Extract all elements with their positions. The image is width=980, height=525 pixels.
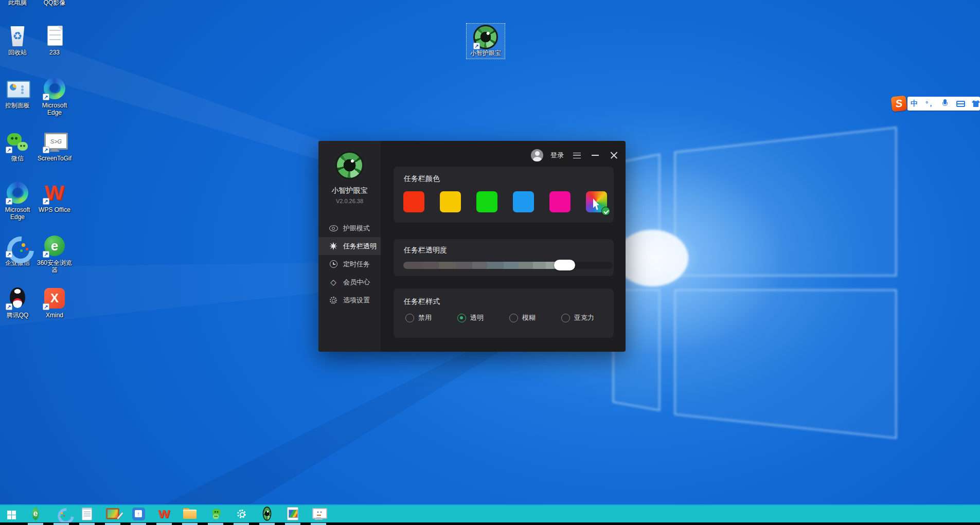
running-indicator [28,523,43,525]
menu-item-label: 任务栏透明 [343,242,377,251]
color-swatch-magenta[interactable] [549,191,571,212]
color-swatch-blue[interactable] [513,191,534,212]
app-version: V2.0.26.38 [318,198,381,204]
desktop-icon-recycle[interactable]: 回收站 [0,24,37,56]
taskbar-icon-wecom[interactable] [48,504,74,525]
taskbar-icon-remote-pc[interactable] [306,504,331,525]
desktop-icon-label: 233 [35,49,74,56]
microphone-icon[interactable] [940,98,950,110]
desktop-icon-label: Microsoft Edge [35,102,74,116]
desktop-icon-label: WPS Office [35,206,74,213]
radio-label: 亚克力 [574,313,594,322]
sidebar-item-gem[interactable]: ◇ 会员中心 [318,273,381,291]
sidebar-item-sparkle[interactable]: 任务栏透明 [318,237,381,255]
ime-chinese-mode[interactable]: 中 [910,98,919,110]
desktop-icon-wecom[interactable]: ↗ 企业微信 [0,234,37,266]
running-indicator [259,523,275,525]
gear-icon [329,296,338,305]
taskbar-icon-eyecare-app[interactable] [254,504,280,525]
taskbar-icon-settings[interactable] [228,504,254,525]
minimize-button[interactable] [590,150,601,161]
skin-icon[interactable] [971,98,980,110]
style-radio-0[interactable]: 禁用 [405,313,457,322]
taskbar-icon-paint-viewer[interactable] [100,504,126,525]
taskbar: 中 S 10:37 2023/3/31 2 [0,504,980,525]
running-indicator [234,523,249,525]
running-indicator [79,523,95,525]
radio-ring-icon [457,314,466,322]
wps-icon [158,506,170,521]
desktop-icon-wps[interactable]: ↗ WPS Office [35,181,74,213]
running-indicator [285,523,300,525]
desktop-icon-qq[interactable]: ↗ 腾讯QQ [0,286,37,319]
style-radio-1[interactable]: 透明 [457,313,509,322]
desktop-icon-cpanel[interactable]: 控制面板 [0,77,37,109]
color-swatch-rainbow[interactable] [586,191,607,212]
taskbar-icon-photo-viewer[interactable] [280,504,306,525]
taskbar-style-panel: 任务栏样式 禁用 透明 模糊 亚克力 [394,288,614,338]
close-button[interactable] [608,150,619,161]
user-avatar-icon[interactable] [531,149,543,161]
taskbar-icon-notepad[interactable] [74,504,100,525]
desktop-icon-eyecare-selected[interactable]: ↗ 小智护眼宝 [466,23,505,59]
desktop-icon-wechat[interactable]: ↗ 微信 [0,130,37,162]
radio-ring-icon [509,314,518,322]
sogou-logo-icon[interactable]: S [891,96,907,112]
doc-icon [43,24,66,47]
opacity-slider-handle[interactable] [554,260,575,270]
sidebar-menu: 护眼模式 任务栏透明 定时任务 ◇ 会员中心 选项设置 [318,219,381,309]
desktop-icon-qq-image-label[interactable]: QQ影像 [35,0,74,7]
color-swatch-row [403,191,607,212]
shortcut-arrow-icon: ↗ [6,303,12,310]
pcface-icon [312,508,325,519]
minimize-icon [592,155,599,156]
opacity-slider-track[interactable] [403,262,613,269]
desktop-icon-stg[interactable]: ↗ ScreenToGif [35,130,74,162]
shortcut-arrow-icon: ↗ [43,94,49,100]
mouse-cursor-icon [593,198,602,211]
taskbar-icon-wps-office[interactable] [151,504,177,525]
shortcut-arrow-icon: ↗ [6,147,12,153]
color-swatch-yellow[interactable] [440,191,461,212]
gem-icon: ◇ [329,278,338,287]
folder-icon [183,510,197,520]
shortcut-arrow-icon: ↗ [6,251,12,258]
style-radio-2[interactable]: 模糊 [509,313,561,322]
taskbar-bottom-strip [0,522,980,525]
running-indicator [54,523,69,525]
login-button[interactable]: 登录 [550,151,564,160]
color-swatch-red[interactable] [403,191,424,212]
desktop-icon-edge[interactable]: ↗ Microsoft Edge [0,181,37,221]
start-button[interactable] [0,504,23,525]
sidebar-item-clock[interactable]: 定时任务 [318,255,381,273]
color-swatch-green[interactable] [476,191,497,212]
recycle-icon [6,24,29,47]
hamburger-icon [573,153,581,158]
cpanel-icon [6,77,29,100]
desktop-icon-label: Microsoft Edge [0,206,37,221]
style-radio-3[interactable]: 亚克力 [561,313,613,322]
menu-item-label: 会员中心 [343,278,370,287]
desktop-icon-this-pc-label[interactable]: 此电脑 [0,0,37,7]
taskbar-icon-wechat[interactable] [203,504,228,525]
soft-keyboard-icon[interactable] [956,98,965,110]
ime-punctuation[interactable]: °， [925,98,934,110]
desktop-icon-edge[interactable]: ↗ Microsoft Edge [35,77,74,116]
taskbar-icon-360-browser[interactable] [23,504,48,525]
desktop-icon-label: 腾讯QQ [0,312,37,319]
windows-logo-icon [7,511,16,519]
desktop-icon-doc[interactable]: 233 [35,24,74,56]
running-indicator [208,523,223,525]
wechat-icon [211,506,220,521]
taskbar-icon-screentogif[interactable] [126,504,151,525]
desktop-icon-e360[interactable]: ↗ 360安全浏览器 [35,234,74,274]
desktop-wallpaper: 此电脑 QQ影像 回收站 控制面板 ↗ 微信 ↗ Microsoft Edge [0,0,980,525]
clock-icon [329,260,338,269]
wecom-icon [57,506,66,521]
sidebar-item-eye[interactable]: 护眼模式 [318,219,381,237]
main-menu-button[interactable] [571,150,582,161]
sidebar-item-gear[interactable]: 选项设置 [318,291,381,309]
desktop-icon-xmind[interactable]: ↗ Xmind [35,286,74,319]
taskbar-opacity-panel: 任务栏透明度 [394,239,614,276]
taskbar-icon-file-explorer[interactable] [177,504,203,525]
